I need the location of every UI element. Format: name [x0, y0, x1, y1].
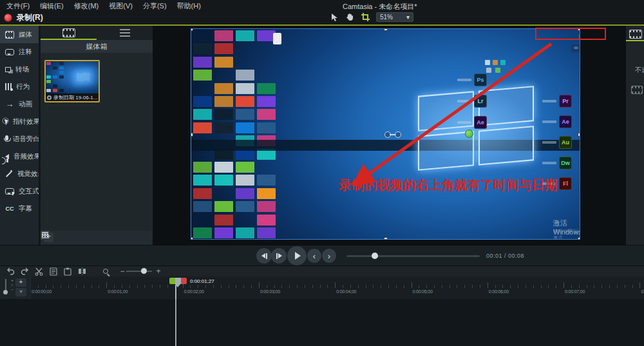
- selection-handle[interactable]: [578, 133, 580, 137]
- ruler-tick: [434, 285, 435, 288]
- timeline-zoom-handle[interactable]: [141, 268, 147, 274]
- menu-item-3[interactable]: 修改(M): [74, 1, 99, 11]
- sidebar-item-cursor[interactable]: 指针效果: [0, 113, 39, 130]
- app-icon-ps[interactable]: Ps: [474, 73, 487, 86]
- mosaic-tile: [53, 84, 57, 88]
- pan-hand-icon[interactable]: [345, 12, 355, 22]
- crop-icon[interactable]: [361, 12, 370, 22]
- sidebar-item-cc[interactable]: CC字幕: [0, 200, 39, 217]
- add-track-button[interactable]: +: [15, 278, 26, 287]
- playhead-line-tracks[interactable]: [175, 299, 176, 346]
- annotation-text[interactable]: 录制的视频的右上角就有了时间与日期: [339, 177, 558, 194]
- playhead-handle[interactable]: [175, 278, 181, 284]
- tab-media-details[interactable]: [97, 26, 153, 40]
- scrubber-handle[interactable]: [372, 253, 378, 259]
- playhead-marker[interactable]: [169, 278, 187, 285]
- tab-media-thumbnails[interactable]: [41, 26, 97, 40]
- ruler-tick: [229, 285, 229, 288]
- mosaic-tile: [257, 83, 276, 94]
- timeline-zoom-slider[interactable]: [126, 271, 152, 272]
- selection-handle[interactable]: [384, 28, 388, 31]
- canvas-stage: PsLrAe PrAeAuDwFl 10:27:47 周六 06/15/2019…: [153, 26, 626, 245]
- wand-icon: [6, 171, 12, 177]
- canvas-zoom-select[interactable]: 51% ▾: [376, 12, 413, 22]
- track-height-slider[interactable]: [5, 279, 6, 293]
- ruler-tick: [137, 285, 138, 288]
- playhead-line: [175, 285, 176, 299]
- app-icon-au[interactable]: Au: [559, 136, 572, 149]
- video-clip-on-canvas[interactable]: PsLrAe PrAeAuDwFl 10:27:47 周六 06/15/2019…: [191, 28, 580, 240]
- properties-partial-label: 不透: [635, 66, 644, 75]
- next-frame-button[interactable]: ›: [322, 249, 336, 263]
- sidebar-item-transition[interactable]: 转场: [0, 61, 39, 78]
- selection-in-handle[interactable]: [169, 278, 175, 284]
- ruler-tick: [274, 285, 275, 288]
- selection-handle[interactable]: [191, 133, 193, 137]
- ruler-label: 0:00:01;00: [108, 289, 128, 294]
- sidebar-item-speaker[interactable]: 音频效果: [0, 148, 39, 165]
- ruler-tick: [76, 285, 77, 288]
- app-icon-ae[interactable]: Ae: [474, 116, 487, 129]
- sidebar-item-label: 字幕: [19, 204, 32, 213]
- cut-button[interactable]: [33, 267, 44, 276]
- selection-out-handle[interactable]: [181, 278, 187, 284]
- undo-button[interactable]: [5, 267, 15, 276]
- sidebar-item-behavior[interactable]: 行为: [0, 78, 39, 95]
- copy-button[interactable]: [48, 267, 59, 276]
- paste-button[interactable]: [62, 267, 73, 276]
- app-icon-label: [457, 121, 471, 124]
- menu-item-4[interactable]: 视图(V): [109, 1, 133, 11]
- selection-cursor-icon[interactable]: [330, 12, 339, 22]
- app-icon-ae[interactable]: Ae: [559, 115, 572, 128]
- sidebar-item-interactive[interactable]: 交互式功能: [0, 182, 39, 200]
- app-icon-pr[interactable]: Pr: [559, 95, 572, 108]
- redo-button[interactable]: [19, 267, 30, 276]
- list-icon: [42, 233, 48, 238]
- app-icon-fl[interactable]: Fl: [559, 177, 572, 190]
- tools-sidebar: 媒体注释转场行为→动画指针效果语音旁白音频效果视觉效果交互式功能CC字幕: [0, 26, 39, 245]
- app-icon-lr[interactable]: Lr: [474, 95, 487, 108]
- sidebar-item-animation-arrow[interactable]: →动画: [0, 95, 39, 113]
- menu-item-6[interactable]: 帮助(H): [177, 1, 201, 11]
- selection-handle[interactable]: [384, 237, 388, 240]
- app-icon-dw[interactable]: Dw: [559, 157, 572, 169]
- timeline-zoom-icon[interactable]: [100, 267, 111, 276]
- menu-item-5[interactable]: 分享(S): [143, 1, 167, 11]
- sidebar-item-film[interactable]: 媒体: [0, 26, 39, 43]
- previous-frame-button[interactable]: ‹: [307, 249, 321, 263]
- media-clip-thumbnail[interactable]: 录制日期 19-06-1...: [44, 60, 100, 102]
- split-button[interactable]: [77, 267, 87, 276]
- sidebar-item-wand[interactable]: 视觉效果: [0, 165, 39, 182]
- list-view-icon: [120, 29, 130, 37]
- collapse-tracks-button[interactable]: ˅: [15, 288, 26, 296]
- rotation-handle[interactable]: [384, 131, 401, 137]
- selection-handle[interactable]: [191, 28, 193, 31]
- sidebar-item-microphone[interactable]: 语音旁白: [0, 130, 39, 148]
- ruler-tick: [281, 285, 282, 288]
- app-icon-label: [457, 79, 471, 81]
- menu-item-2[interactable]: 编辑(E): [40, 1, 64, 11]
- record-button[interactable]: 录制(R): [4, 12, 43, 23]
- sidebar-item-callout[interactable]: 注释: [0, 43, 39, 61]
- ruler-tick: [472, 285, 473, 288]
- menu-items: 文件(F)编辑(E)修改(M)视图(V)分享(S)帮助(H): [6, 1, 201, 11]
- selection-handle[interactable]: [578, 237, 580, 240]
- scrubber-track[interactable]: [346, 255, 480, 257]
- desktop-mini-icon: [486, 68, 491, 73]
- timeline-tracks[interactable]: [0, 299, 644, 346]
- ruler-tick: [587, 285, 587, 288]
- annotation-red-rectangle[interactable]: [535, 28, 606, 40]
- selection-handle[interactable]: [191, 237, 193, 240]
- desktop-file-icon: [273, 33, 281, 44]
- menu-item-1[interactable]: 文件(F): [6, 1, 30, 11]
- timeline-ruler[interactable]: 0:00:00;000:00:01;000:00:02;000:00:03;00…: [31, 276, 644, 299]
- film-frame-icon: [62, 28, 75, 37]
- step-forward-button[interactable]: [271, 248, 287, 264]
- timeline-zoom-in-button[interactable]: +: [153, 267, 164, 276]
- step-backward-button[interactable]: [256, 248, 272, 264]
- time-separator: /: [504, 253, 506, 259]
- ruler-tick: [426, 285, 427, 288]
- properties-media-tab-icon[interactable]: [629, 30, 642, 39]
- play-button[interactable]: [287, 246, 307, 265]
- ruler-tick: [236, 285, 236, 288]
